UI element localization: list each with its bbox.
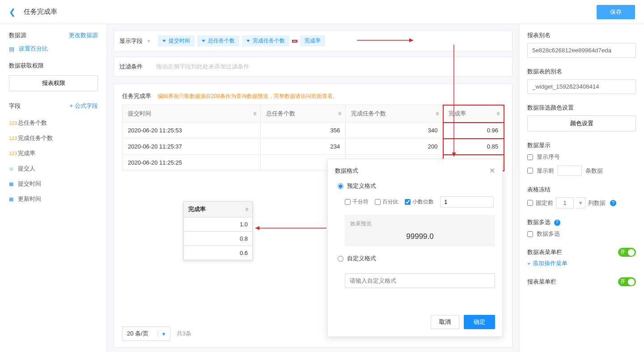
chevron-down-icon: ▾ <box>157 331 165 337</box>
chevron-down-icon[interactable]: ▾ <box>576 197 585 208</box>
sort-icon[interactable] <box>253 112 257 116</box>
column-header[interactable]: 完成任务个数 <box>346 105 443 123</box>
sort-icon[interactable] <box>436 112 439 116</box>
freeze-checkbox[interactable] <box>527 200 533 206</box>
report-menu-label: 报表菜单栏 <box>527 278 556 286</box>
close-icon[interactable]: ✕ <box>489 166 495 175</box>
sort-icon[interactable] <box>338 112 342 116</box>
table-alias-input[interactable] <box>527 79 636 94</box>
field-item[interactable]: 123完成任务个数 <box>9 131 98 146</box>
table-row: 0.8 <box>184 232 253 246</box>
field-item[interactable]: 123完成率 <box>9 146 98 161</box>
column-header-highlight[interactable]: 完成率 <box>443 105 504 123</box>
preview-box: 效果预览 99999.0 <box>345 215 495 246</box>
data-display-label: 数据显示 <box>527 141 636 149</box>
freeze-count-select[interactable]: 1 <box>556 197 574 208</box>
right-panel: 报表别名 数据表的别名 数据筛选颜色设置 颜色设置 数据显示 显示序号 显示前条… <box>519 24 644 352</box>
filter-label: 过滤条件 <box>119 63 143 71</box>
add-formula-field-link[interactable]: + 公式字段 <box>70 102 98 110</box>
predefined-radio[interactable] <box>338 183 343 189</box>
custom-format-input[interactable] <box>345 273 495 288</box>
preview-label: 效果预览 <box>350 220 490 228</box>
display-fields-label: 显示字段 <box>119 37 143 45</box>
field-item[interactable]: ▦提交时间 <box>9 176 98 191</box>
number-icon: 123 <box>9 151 18 156</box>
show-first-checkbox[interactable] <box>527 168 533 174</box>
freeze-label: 表格冻结 <box>527 186 636 194</box>
dialog-title: 数据格式 <box>335 167 358 175</box>
table-hint: 编辑界面只取数据源前200条作为查询数据预览，完整数据请访问页面查看。 <box>157 93 338 99</box>
field-tag[interactable]: 完成任务个数 <box>242 35 289 47</box>
display-fields-bar: 显示字段 + 提交时间 总任务个数 完成任务个数 完成率 <box>114 30 513 51</box>
help-icon[interactable]: ? <box>554 220 560 226</box>
field-item[interactable]: ▦更新时间 <box>9 191 98 207</box>
help-icon[interactable]: ? <box>610 200 616 206</box>
ok-button[interactable]: 确定 <box>464 315 495 329</box>
data-format-dialog: 数据格式 ✕ 预定义格式 千分符 百分比 小数位数 效果预览 99999.0 自… <box>327 159 503 337</box>
filter-placeholder: 拖动左侧字段到此处来添加过滤条件 <box>156 63 249 71</box>
field-tag-highlight[interactable] <box>292 40 297 42</box>
set-percent-link[interactable]: ▤ 设置百分比 <box>9 45 98 53</box>
page-total: 共3条 <box>177 330 191 338</box>
multi-select-label: 数据多选 ? <box>527 218 636 226</box>
back-icon[interactable]: ❮ <box>9 7 16 17</box>
dropdown-icon <box>246 40 250 42</box>
field-list: 123总任务个数 123完成任务个数 123完成率 ☺提交人 ▦提交时间 ▦更新… <box>9 115 98 207</box>
cancel-button[interactable]: 取消 <box>431 315 459 329</box>
multi-select-checkbox[interactable] <box>527 231 533 237</box>
left-sidebar: 数据源 更改数据源 ▤ 设置百分比 数据获取权限 报表权限 字段 + 公式字段 … <box>0 24 107 352</box>
table-row: 0.6 <box>184 246 253 260</box>
thousands-checkbox[interactable] <box>345 199 351 205</box>
filter-bar[interactable]: 过滤条件 拖动左侧字段到此处来添加过滤条件 <box>114 57 513 76</box>
field-item[interactable]: 123总任务个数 <box>9 115 98 131</box>
field-tag[interactable]: 提交时间 <box>158 35 195 47</box>
show-first-input[interactable] <box>558 165 582 176</box>
custom-radio[interactable] <box>338 256 343 262</box>
table-alias-label: 数据表的别名 <box>527 68 636 76</box>
table-row: 1.0 <box>184 217 253 232</box>
report-permission-button[interactable]: 报表权限 <box>9 75 98 91</box>
add-menu-link[interactable]: +添加操作菜单 <box>527 259 636 267</box>
decimal-places-input[interactable] <box>440 196 494 208</box>
table-row[interactable]: 2020-06-20 11:25:53 356 340 0.96 <box>123 123 504 139</box>
save-button[interactable]: 保存 <box>597 5 635 19</box>
page-size-select[interactable]: 20 条/页 ▾ <box>122 327 170 341</box>
decimal-checkbox[interactable] <box>405 199 411 205</box>
show-index-checkbox[interactable] <box>527 154 533 160</box>
report-alias-input[interactable] <box>527 43 636 58</box>
sort-icon[interactable] <box>245 208 249 212</box>
number-icon: 123 <box>9 120 18 126</box>
table-row[interactable]: 2020-06-20 11:25:37 234 200 0.85 <box>123 139 504 155</box>
calendar-icon: ▦ <box>9 196 18 202</box>
report-alias-label: 报表别名 <box>527 31 636 39</box>
add-field-icon[interactable]: + <box>147 38 151 44</box>
dropdown-icon <box>162 40 166 42</box>
field-tag[interactable]: 完成率 <box>300 35 325 47</box>
table-menu-toggle[interactable]: 开 <box>618 248 636 257</box>
page-title: 任务完成率 <box>24 8 57 16</box>
set-percent-label: 设置百分比 <box>19 45 48 53</box>
percent-checkbox[interactable] <box>375 199 381 205</box>
number-icon: 123 <box>9 136 18 141</box>
preview-result-table: 完成率 1.0 0.8 0.6 <box>183 201 253 260</box>
change-source-link[interactable]: 更改数据源 <box>69 31 98 39</box>
sort-icon[interactable] <box>496 112 500 116</box>
data-source-label: 数据源 <box>9 31 26 39</box>
column-header[interactable]: 提交时间 <box>123 105 261 123</box>
fields-label: 字段 <box>9 102 21 110</box>
user-icon: ☺ <box>9 166 18 171</box>
column-header[interactable]: 总任务个数 <box>260 105 346 123</box>
table-menu-label: 数据表菜单栏 <box>527 248 562 256</box>
small-column-header[interactable]: 完成率 <box>184 202 253 217</box>
plus-icon: + <box>527 260 531 267</box>
color-setting-button[interactable]: 颜色设置 <box>527 115 636 131</box>
field-tag[interactable]: 总任务个数 <box>197 35 239 47</box>
data-perm-label: 数据获取权限 <box>9 62 98 70</box>
report-menu-toggle[interactable]: 开 <box>618 277 636 286</box>
field-item[interactable]: ☺提交人 <box>9 161 98 176</box>
table-title: 任务完成率 <box>122 93 151 99</box>
preview-value: 99999.0 <box>350 232 490 241</box>
color-setting-label: 数据筛选颜色设置 <box>527 104 636 112</box>
dropdown-icon <box>202 40 205 42</box>
calendar-icon: ▦ <box>9 181 18 187</box>
